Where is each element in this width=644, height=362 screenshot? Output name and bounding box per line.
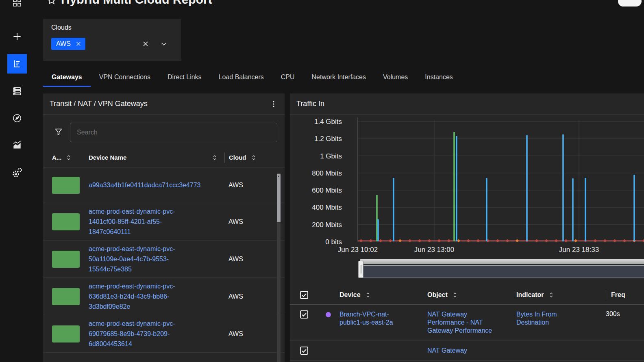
gateways-tile-title: Transit / NAT / VPN Gateways (50, 100, 148, 108)
table-row: acme-prod-east-dynamic-pvc-69079685-8e9b… (43, 315, 285, 353)
filter-icon[interactable] (54, 128, 63, 137)
column-header-cloud[interactable]: Cloud (224, 152, 285, 163)
cloud-cell: AWS (224, 218, 285, 225)
sidebar-item-add[interactable] (7, 27, 27, 46)
svg-text:200 Mbits: 200 Mbits (312, 221, 342, 229)
table-row: acme-prod-east-dynamic-pvc-636d81e3-b24d… (43, 278, 285, 315)
sort-icon-tr-object[interactable] (452, 292, 458, 298)
slider-left-handle[interactable] (358, 261, 363, 278)
device-link[interactable]: a99a33a4b1fe0411dadca71ccc3e4773 (89, 180, 224, 190)
table-row: acme-prod-east-dynamic-pvc- AWS (43, 353, 285, 362)
catalog-icon (12, 86, 22, 96)
cloud-cell: AWS (224, 293, 285, 300)
sidebar-item-catalog[interactable] (7, 81, 27, 101)
table-row: NAT Gateway (290, 341, 644, 361)
column-header-device[interactable]: Device (339, 291, 427, 299)
page-title: Hybrid Multi Cloud Report (61, 0, 212, 7)
traffic-table-header: Device Object Indicator Freq (290, 285, 644, 305)
selected-cloud-tag-label: AWS (56, 40, 71, 48)
device-link[interactable]: acme-prod-east-dynamic-pvc-636d81e3-b24d… (89, 281, 224, 312)
select-all-checkbox[interactable] (300, 291, 308, 299)
header-action-button[interactable] (618, 0, 642, 7)
device-link[interactable]: acme-prod-east-dynamic-pvc-69079685-8e9b… (89, 319, 224, 349)
svg-text:Jun 23 18:33: Jun 23 18:33 (559, 246, 599, 254)
sort-icon-tr-indicator[interactable] (548, 292, 555, 298)
sort-icon-status[interactable] (65, 154, 72, 161)
svg-text:400 Mbits: 400 Mbits (312, 204, 342, 211)
object-link[interactable]: NAT Gateway (427, 347, 516, 355)
sidebar-item-analytics[interactable] (7, 136, 27, 155)
column-header-indicator[interactable]: Indicator (516, 291, 606, 299)
status-swatch (52, 177, 80, 194)
device-link[interactable]: acme-prod-east-dynamic-pvc-1401cf00-85ff… (89, 206, 224, 237)
chevron-down-icon[interactable] (160, 40, 168, 48)
column-header-object[interactable]: Object (427, 291, 516, 299)
traffic-tile-title: Traffic In (296, 100, 324, 108)
sort-icon-tr-device[interactable] (365, 292, 371, 298)
sidebar-item-settings[interactable] (7, 163, 27, 182)
scrollbar-track[interactable] (277, 173, 281, 362)
sidebar (0, 0, 34, 362)
device-link[interactable]: Branch-VPC-nat-public1-us-east-2a (339, 310, 427, 327)
gateways-tile: Transit / NAT / VPN Gateways A... Device… (43, 93, 285, 362)
overflow-menu-icon[interactable] (268, 99, 279, 109)
device-link[interactable]: acme-prod-east-dynamic-pvc-50a1109e-0ae4… (89, 244, 224, 274)
gateways-table-body: a99a33a4b1fe0411dadca71ccc3e4773 AWS acm… (43, 167, 285, 362)
svg-text:0 bits: 0 bits (325, 238, 342, 246)
svg-text:1.4 Gbits: 1.4 Gbits (314, 118, 342, 126)
compass-icon (12, 113, 22, 124)
traffic-table: Device Object Indicator Freq Branch-VPC-… (290, 285, 644, 361)
status-swatch (52, 251, 80, 268)
tab-direct-links[interactable]: Direct Links (159, 68, 210, 87)
time-range-slider[interactable] (360, 259, 644, 280)
add-icon (12, 31, 22, 42)
indicator-link[interactable]: Bytes In From Destination (516, 310, 606, 327)
tab-instances[interactable]: Instances (416, 68, 461, 87)
status-swatch (52, 325, 80, 342)
cloud-cell: AWS (224, 182, 285, 189)
search-input[interactable] (70, 123, 277, 142)
row-checkbox[interactable] (300, 310, 308, 319)
selected-cloud-tag[interactable]: AWS (51, 38, 85, 50)
grid-icon (12, 0, 22, 7)
traffic-tile: Traffic In 1.4 Gbits1.2 Gbits1 Gbits800 … (290, 93, 644, 362)
slider-band[interactable] (360, 265, 644, 278)
sort-icon-device-name[interactable] (211, 154, 218, 161)
traffic-chart-svg: 1.4 Gbits1.2 Gbits1 Gbits800 Mbits600 Mb… (290, 115, 644, 255)
clear-selection-icon[interactable] (142, 41, 149, 47)
remove-tag-icon[interactable] (76, 41, 81, 47)
object-link[interactable]: NAT Gateway Performance - NAT Gateway Pe… (427, 310, 516, 335)
status-swatch (52, 288, 80, 305)
tab-volumes[interactable]: Volumes (374, 68, 416, 87)
sidebar-item-report[interactable] (7, 54, 27, 74)
svg-text:1.2 Gbits: 1.2 Gbits (314, 135, 342, 143)
tab-network-interfaces[interactable]: Network Interfaces (303, 68, 374, 87)
column-header-device-name[interactable]: Device Name (89, 154, 224, 161)
settings-icon (11, 167, 23, 178)
svg-text:800 Mbits: 800 Mbits (312, 169, 342, 177)
series-color-dot (326, 312, 331, 317)
sidebar-item-compass[interactable] (7, 108, 27, 128)
cloud-cell: AWS (224, 330, 285, 338)
scrollbar-thumb[interactable] (277, 174, 281, 222)
tab-gateways[interactable]: Gateways (43, 68, 91, 87)
row-checkbox[interactable] (300, 347, 308, 355)
favorite-star-icon[interactable] (46, 0, 57, 7)
table-row: Branch-VPC-nat-public1-us-east-2a NAT Ga… (290, 305, 644, 341)
clouds-multiselect[interactable]: AWS (51, 35, 173, 53)
main-area: Hybrid Multi Cloud Report Clouds AWS Gat… (34, 0, 644, 362)
svg-text:Jun 23 13:00: Jun 23 13:00 (414, 246, 454, 254)
sort-icon-cloud[interactable] (250, 154, 257, 161)
tab-cpu[interactable]: CPU (272, 68, 303, 87)
clouds-filter-tile: Clouds AWS (43, 19, 181, 61)
slider-track[interactable] (360, 259, 644, 264)
table-row: acme-prod-east-dynamic-pvc-1401cf00-85ff… (43, 203, 285, 241)
column-header-status[interactable]: A... (43, 154, 89, 161)
table-row: a99a33a4b1fe0411dadca71ccc3e4773 AWS (43, 167, 285, 203)
svg-text:Jun 23 10:02: Jun 23 10:02 (338, 246, 378, 254)
sidebar-item-grid[interactable] (7, 0, 27, 10)
column-header-freq[interactable]: Freq (606, 290, 644, 300)
tab-load-balancers[interactable]: Load Balancers (210, 68, 272, 87)
content-row: Transit / NAT / VPN Gateways A... Device… (43, 93, 644, 356)
tab-vpn-connections[interactable]: VPN Connections (91, 68, 159, 87)
